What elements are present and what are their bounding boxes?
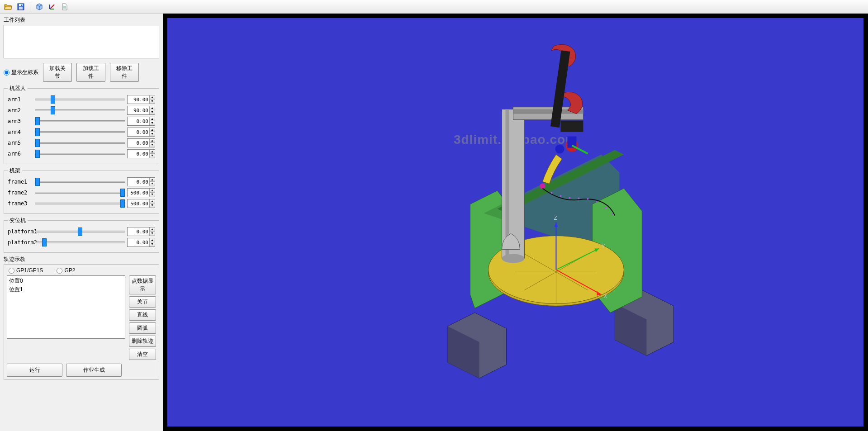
arm3-value-input[interactable]	[128, 118, 149, 124]
svg-rect-2	[19, 7, 23, 9]
platform2-spin-down[interactable]: ▼	[149, 242, 155, 246]
platform1-slider[interactable]	[35, 227, 125, 236]
show-coord-radio[interactable]: 显示坐标系	[4, 69, 38, 76]
workpiece-listbox[interactable]	[4, 25, 159, 58]
gp2-radio[interactable]: GP2	[57, 267, 75, 274]
arm4-spin-up[interactable]: ▲	[149, 128, 155, 132]
arm2-value-input[interactable]	[128, 108, 149, 114]
frame1-spin-up[interactable]: ▲	[149, 178, 155, 182]
frame3-spin-down[interactable]: ▼	[149, 204, 155, 208]
platform1-value-input[interactable]	[128, 229, 149, 235]
platform1-spinbox[interactable]: ▲ ▼	[127, 227, 155, 236]
frame3-value-input[interactable]	[128, 201, 149, 207]
arm1-spin-down[interactable]: ▼	[149, 99, 155, 104]
arm5-spin-down[interactable]: ▼	[149, 143, 155, 147]
frame3-spin-up[interactable]: ▲	[149, 199, 155, 204]
arm1-spin-up[interactable]: ▲	[149, 95, 155, 99]
svg-point-33	[605, 207, 607, 209]
frame3-spinbox[interactable]: ▲ ▼	[127, 199, 155, 208]
arm2-spin-up[interactable]: ▲	[149, 106, 155, 110]
joint-button[interactable]: 关节	[129, 296, 156, 308]
arm5-spinbox[interactable]: ▲ ▼	[127, 138, 155, 147]
line-button[interactable]: 直线	[129, 309, 156, 321]
arm5-value-input[interactable]	[128, 140, 149, 146]
gp1-radio-input[interactable]	[9, 268, 14, 274]
frame2-value-input[interactable]	[128, 190, 149, 196]
frame-legend: 机架	[8, 167, 22, 175]
arm1-label: arm1	[8, 96, 33, 103]
arm3-spinbox[interactable]: ▲ ▼	[127, 117, 155, 126]
save-button[interactable]	[15, 1, 26, 12]
platform2-slider[interactable]	[35, 238, 125, 246]
teach-label: 轨迹示教	[4, 256, 159, 263]
arm3-label: arm3	[8, 118, 33, 124]
platform1-spin-down[interactable]: ▼	[149, 232, 155, 236]
arm2-spin-down[interactable]: ▼	[149, 110, 155, 114]
svg-point-18	[502, 254, 525, 263]
arm6-spinbox[interactable]: ▲ ▼	[127, 149, 155, 158]
frame1-value-input[interactable]	[128, 179, 149, 185]
arc-button[interactable]: 圆弧	[129, 322, 156, 334]
svg-line-4	[50, 5, 54, 9]
arm6-spin-up[interactable]: ▲	[149, 150, 155, 154]
frame3-slider[interactable]	[35, 199, 125, 208]
gp1-label: GP1/GP1S	[16, 267, 43, 274]
axis-icon	[48, 3, 56, 10]
platform2-spin-up[interactable]: ▲	[149, 238, 155, 242]
arm1-spinbox[interactable]: ▲ ▼	[127, 95, 155, 104]
generate-job-button[interactable]: 作业生成	[66, 364, 122, 377]
arm6-spin-down[interactable]: ▼	[149, 154, 155, 158]
run-button[interactable]: 运行	[7, 364, 62, 377]
axis-z-label: Z	[554, 215, 557, 222]
platform2-spinbox[interactable]: ▲ ▼	[127, 238, 155, 247]
arm6-value-input[interactable]	[128, 151, 149, 157]
frame1-spinbox[interactable]: ▲ ▼	[127, 177, 155, 186]
frame1-spin-down[interactable]: ▼	[149, 182, 155, 186]
clear-button[interactable]: 清空	[129, 349, 156, 360]
frame2-spin-down[interactable]: ▼	[149, 193, 155, 197]
arm2-slider[interactable]	[35, 106, 125, 114]
platform2-value-input[interactable]	[128, 240, 149, 246]
gp1-radio[interactable]: GP1/GP1S	[9, 267, 43, 274]
show-coord-radio-input[interactable]	[4, 70, 9, 76]
position-item-1[interactable]: 位置1	[8, 285, 124, 294]
arm5-slider[interactable]	[35, 139, 125, 147]
view3d-button[interactable]	[34, 1, 45, 12]
arm1-slider[interactable]	[35, 95, 125, 104]
document-button[interactable]	[59, 1, 70, 12]
show-points-button[interactable]: 点数据显示	[129, 275, 156, 294]
position-listbox[interactable]: 位置0位置1	[7, 275, 125, 339]
arm3-spin-down[interactable]: ▼	[149, 121, 155, 125]
3d-viewport[interactable]: 3dlimit.taobao.com	[167, 18, 863, 426]
load-workpiece-button[interactable]: 加载工件	[76, 63, 105, 82]
teach-panel: GP1/GP1S GP2 位置0位置1 点数据显示 关节 直线 圆弧 删除轨迹	[4, 264, 159, 380]
frame2-label: frame2	[8, 189, 33, 196]
axis-tool-button[interactable]	[47, 1, 57, 12]
arm6-slider[interactable]	[35, 150, 125, 158]
arm2-spinbox[interactable]: ▲ ▼	[127, 106, 155, 115]
svg-point-29	[569, 197, 570, 199]
frame2-slider[interactable]	[35, 189, 125, 197]
arm3-spin-up[interactable]: ▲	[149, 117, 155, 121]
arm4-spin-down[interactable]: ▼	[149, 132, 155, 136]
position-item-0[interactable]: 位置0	[8, 277, 124, 285]
arm3-slider[interactable]	[35, 117, 125, 125]
gp2-radio-input[interactable]	[57, 268, 62, 274]
frame2-spinbox[interactable]: ▲ ▼	[127, 188, 155, 197]
platform-legend: 变位机	[8, 217, 28, 224]
platform1-spin-up[interactable]: ▲	[149, 227, 155, 232]
arm4-slider[interactable]	[35, 128, 125, 136]
arm5-spin-up[interactable]: ▲	[149, 139, 155, 143]
delete-traj-button[interactable]: 删除轨迹	[129, 336, 156, 347]
load-joint-button[interactable]: 加载关节	[43, 63, 72, 82]
arm1-value-input[interactable]	[128, 97, 149, 103]
arm4-spinbox[interactable]: ▲ ▼	[127, 128, 155, 137]
remove-workpiece-button[interactable]: 移除工件	[110, 63, 139, 82]
document-icon	[62, 3, 68, 10]
axis-y-label: Y	[601, 243, 605, 250]
open-button[interactable]	[3, 1, 14, 12]
frame1-slider[interactable]	[35, 178, 125, 186]
arm6-label: arm6	[8, 151, 33, 157]
arm4-value-input[interactable]	[128, 129, 149, 135]
frame2-spin-up[interactable]: ▲	[149, 189, 155, 193]
